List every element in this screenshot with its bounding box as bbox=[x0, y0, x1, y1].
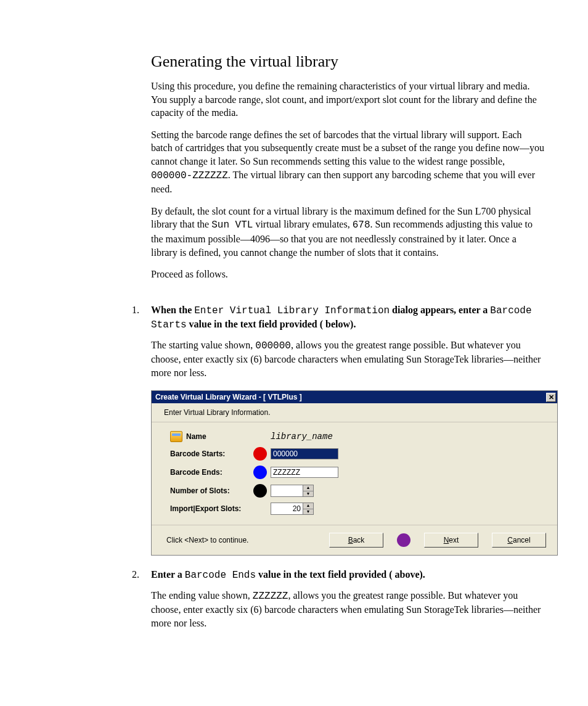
slot-count-code: 678 bbox=[353, 220, 370, 231]
name-label: Name bbox=[186, 432, 206, 441]
dialog-form: Name library_name Barcode Starts: Barcod… bbox=[152, 422, 557, 525]
end-value-code: ZZZZZZ bbox=[253, 591, 288, 602]
step-2-heading: Enter a Barcode Ends value in the text f… bbox=[151, 568, 545, 582]
row-num-slots: Number of Slots: ▲ ▼ bbox=[152, 482, 557, 500]
dialog-title: Create Virtual Library Wizard - [ VTLPlu… bbox=[155, 393, 546, 401]
step-1: When the Enter Virtual Library Informati… bbox=[142, 303, 545, 556]
spin-up-icon[interactable]: ▲ bbox=[303, 485, 313, 491]
red-marker-icon bbox=[253, 447, 267, 461]
num-slots-label: Number of Slots: bbox=[170, 486, 253, 495]
blue-marker-icon bbox=[253, 466, 267, 479]
intro-para-1: Using this procedure, you define the rem… bbox=[151, 80, 545, 120]
back-button[interactable]: Back bbox=[329, 533, 383, 548]
import-export-label: Import|Export Slots: bbox=[170, 504, 253, 513]
import-export-spinner[interactable]: ▲ ▼ bbox=[271, 503, 314, 515]
barcode-ends-input[interactable] bbox=[271, 467, 338, 478]
intro-para-2: Setting the barcode range defines the se… bbox=[151, 128, 545, 196]
field-name-code: Barcode Ends bbox=[185, 570, 256, 581]
row-import-export: Import|Export Slots: ▲ ▼ bbox=[152, 500, 557, 517]
library-name-value: library_name bbox=[271, 432, 333, 441]
footer-hint: Click <Next> to continue. bbox=[163, 536, 329, 544]
wizard-dialog: Create Virtual Library Wizard - [ VTLPlu… bbox=[151, 390, 558, 556]
text: virtual library emulates, bbox=[253, 219, 352, 229]
start-value-code: 000000 bbox=[255, 340, 291, 351]
barcode-range-code: 000000-ZZZZZZ bbox=[151, 170, 228, 181]
text: Enter a bbox=[151, 569, 185, 580]
step-1-body: The starting value shown, 000000, allows… bbox=[151, 339, 545, 380]
barcode-ends-label: Barcode Ends: bbox=[170, 468, 253, 477]
next-button[interactable]: Next bbox=[424, 533, 478, 548]
dialog-name-code: Enter Virtual Library Information bbox=[194, 305, 390, 316]
black-marker-icon bbox=[253, 484, 267, 498]
library-icon bbox=[170, 431, 182, 442]
text: value in the text field provided ( below… bbox=[187, 319, 356, 329]
text: dialog appears, enter a bbox=[390, 305, 490, 315]
barcode-starts-label: Barcode Starts: bbox=[170, 449, 253, 458]
step-2: Enter a Barcode Ends value in the text f… bbox=[142, 568, 545, 630]
section-heading: Generating the virtual library bbox=[151, 52, 545, 71]
dialog-titlebar[interactable]: Create Virtual Library Wizard - [ VTLPlu… bbox=[152, 391, 557, 403]
close-button[interactable]: ✕ bbox=[546, 393, 556, 402]
proceed-text: Proceed as follows. bbox=[151, 268, 545, 281]
text: Setting the barcode range defines the se… bbox=[151, 129, 544, 166]
cancel-button[interactable]: Cancel bbox=[492, 533, 546, 548]
num-slots-input[interactable] bbox=[271, 485, 303, 497]
dialog-subheading: Enter Virtual Library Information. bbox=[152, 403, 557, 422]
num-slots-spinner[interactable]: ▲ ▼ bbox=[271, 485, 314, 497]
spin-up-icon[interactable]: ▲ bbox=[303, 503, 313, 509]
text: value in the text field provided ( above… bbox=[256, 569, 425, 580]
sun-vtl-code: Sun VTL bbox=[211, 220, 253, 231]
text: The ending value shown, bbox=[151, 590, 253, 601]
import-export-input[interactable] bbox=[271, 503, 303, 515]
row-barcode-starts: Barcode Starts: bbox=[152, 445, 557, 463]
barcode-starts-input[interactable] bbox=[271, 448, 338, 459]
text: When the bbox=[151, 305, 194, 315]
row-name: Name library_name bbox=[152, 429, 557, 445]
step-1-heading: When the Enter Virtual Library Informati… bbox=[151, 303, 545, 332]
spin-down-icon[interactable]: ▼ bbox=[303, 509, 313, 515]
row-barcode-ends: Barcode Ends: bbox=[152, 463, 557, 482]
text: The starting value shown, bbox=[151, 340, 255, 350]
purple-marker-icon bbox=[397, 533, 410, 547]
dialog-footer: Click <Next> to continue. Back Next Canc… bbox=[152, 525, 557, 555]
step-2-body: The ending value shown, ZZZZZZ, allows y… bbox=[151, 589, 545, 630]
intro-para-3: By default, the slot count for a virtual… bbox=[151, 205, 545, 259]
spin-down-icon[interactable]: ▼ bbox=[303, 491, 313, 497]
